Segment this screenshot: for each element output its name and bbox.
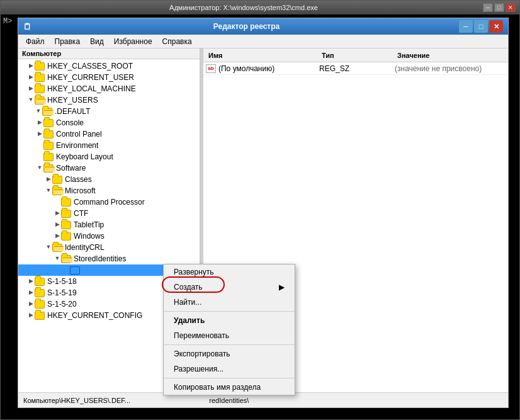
tree-item-environment[interactable]: Environment (18, 140, 200, 151)
folder-icon-hkcc (35, 312, 45, 320)
detail-header: Имя Тип Значение (203, 48, 508, 62)
tree-label-hkcc: HKEY_CURRENT_CONFIG (47, 311, 142, 320)
regedit-close-button[interactable]: ✕ (489, 20, 503, 33)
menu-edit[interactable]: Правка (50, 36, 86, 47)
expand-arrow-storedidentities[interactable]: ▼ (54, 255, 61, 263)
tree-label-microsoft: Microsoft (65, 186, 96, 195)
folder-icon-classes (52, 176, 62, 184)
tree-item-console[interactable]: ▶ Console (18, 117, 200, 128)
menu-bar: Файл Правка Вид Избранное Справка (18, 35, 508, 48)
expand-arrow-windows[interactable]: ▶ (54, 232, 61, 240)
expand-arrow-hklm[interactable]: ▶ (27, 85, 35, 93)
tree-header: Компьютер (18, 48, 200, 59)
folder-icon-hkcr (35, 62, 45, 71)
ctx-item-export[interactable]: Экспортировать (164, 346, 295, 361)
tree-label-hkcr: HKEY_CLASSES_ROOT (47, 62, 133, 71)
expand-arrow-hkcr[interactable]: ▶ (27, 62, 35, 70)
tree-item-tablettip[interactable]: ▶ TabletTip (18, 219, 200, 230)
ctx-item-permissions[interactable]: Разрешения... (164, 361, 295, 377)
tree-item-windows[interactable]: ▶ Windows (18, 230, 200, 242)
col-name: Имя (203, 50, 317, 60)
expand-arrow-software[interactable]: ▼ (36, 164, 43, 172)
regedit-title: Редактор реестра (34, 22, 459, 31)
tree-item-microsoft[interactable]: ▼ Microsoft (18, 185, 200, 196)
folder-icon-environment (43, 142, 54, 150)
folder-icon-hklm (35, 85, 45, 93)
folder-icon-s1520 (35, 300, 45, 309)
ctx-item-expand[interactable]: Развернуть (164, 264, 295, 280)
tree-label-windows: Windows (74, 232, 105, 241)
tree-item-controlpanel[interactable]: ▶ Control Panel (18, 128, 200, 140)
detail-cell-value-default: (значение не присвоено) (395, 64, 506, 73)
cmd-min-button[interactable]: ─ (483, 3, 493, 12)
expand-arrow-default[interactable]: ▼ (35, 108, 42, 115)
status-text: Компьютер\HKEY_USERS\.DEF... redIdentiti… (23, 397, 249, 404)
tree-label-identitycrl: IdentityCRL (65, 243, 105, 252)
tree-item-hklm[interactable]: ▶ HKEY_LOCAL_MACHINE (18, 83, 200, 94)
tree-item-command-processor[interactable]: Command Processor (18, 196, 200, 208)
folder-icon-windows (61, 232, 71, 241)
expand-arrow-identitycrl[interactable]: ▼ (45, 244, 52, 251)
ctx-item-delete[interactable]: Удалить (164, 313, 295, 328)
expand-arrow-s1519[interactable]: ▶ (27, 289, 35, 297)
tree-label-software: Software (56, 164, 86, 173)
tree-label-command-processor: Command Processor (74, 198, 145, 207)
ctx-item-find[interactable]: Найти... (164, 295, 295, 310)
submenu-arrow: ▶ (279, 283, 285, 292)
menu-help[interactable]: Справка (157, 36, 197, 47)
menu-view[interactable]: Вид (85, 36, 109, 47)
folder-icon-command-processor (61, 198, 71, 207)
ab-icon: ab (206, 64, 216, 73)
expand-arrow-s1518[interactable]: ▶ (27, 278, 35, 285)
regedit-window: 🗒 Редактор реестра ─ □ ✕ Файл Правка Вид… (18, 18, 509, 408)
expand-arrow-hkcu[interactable]: ▶ (27, 74, 35, 81)
regedit-max-button[interactable]: □ (474, 20, 488, 33)
cmd-title: Администратор: X:\windows\system32\cmd.e… (4, 4, 483, 11)
ctx-item-rename[interactable]: Переименовать (164, 328, 295, 343)
tree-label-storedidentities: StoredIdentities (74, 254, 126, 263)
expand-arrow-classes[interactable]: ▶ (45, 176, 52, 183)
cmd-titlebar: Администратор: X:\windows\system32\cmd.e… (1, 1, 519, 14)
cmd-max-button[interactable]: □ (494, 3, 504, 12)
ctx-item-copy-name[interactable]: Копировать имя раздела (164, 380, 295, 395)
tree-label-hku: HKEY_USERS (47, 96, 98, 105)
tree-item-keyboard-layout[interactable]: Keyboard Layout (18, 151, 200, 162)
menu-favorites[interactable]: Избранное (109, 36, 157, 47)
regedit-min-button[interactable]: ─ (459, 20, 473, 33)
expand-arrow-controlpanel[interactable]: ▶ (36, 130, 43, 138)
tree-item-identitycrl[interactable]: ▼ IdentityCRL (18, 242, 200, 253)
col-type: Тип (317, 50, 392, 60)
folder-icon-s1519 (35, 289, 45, 297)
expand-arrow-hku[interactable]: ▼ (27, 96, 35, 104)
folder-icon-keyboard-layout (43, 153, 54, 161)
tree-item-ctf[interactable]: ▶ CTF (18, 208, 200, 219)
expand-arrow-microsoft[interactable]: ▼ (45, 187, 52, 195)
tree-item-hkcu[interactable]: ▶ HKEY_CURRENT_USER (18, 72, 200, 83)
tree-label-environment: Environment (56, 141, 98, 150)
expand-arrow-console[interactable]: ▶ (36, 119, 43, 127)
ctx-item-create[interactable]: Создать ▶ (164, 280, 295, 295)
tree-item-hku[interactable]: ▼ HKEY_USERS (18, 94, 200, 106)
expand-arrow-hkcc[interactable]: ▶ (27, 312, 35, 319)
tree-item-storedidentities[interactable]: ▼ StoredIdentities (18, 253, 200, 264)
tree-label-default: .DEFAULT (55, 107, 90, 116)
folder-icon-hku (35, 96, 45, 105)
cmd-close-button[interactable]: ✕ (506, 3, 516, 12)
tree-label-s1520: S-1-5-20 (47, 300, 77, 309)
tree-label-console: Console (56, 118, 84, 127)
col-value: Значение (392, 50, 508, 60)
tree-item-software[interactable]: ▼ Software (18, 162, 200, 174)
cmd-window-buttons: ─ □ ✕ (483, 3, 516, 12)
detail-row-default[interactable]: ab (По умолчанию) REG_SZ (значение не пр… (203, 62, 508, 75)
expand-arrow-tablettip[interactable]: ▶ (54, 221, 61, 229)
cmd-text: M> (3, 17, 12, 26)
expand-arrow-s1520[interactable]: ▶ (27, 300, 35, 308)
expand-arrow-ctf[interactable]: ▶ (54, 210, 61, 217)
folder-icon-s1518 (35, 278, 45, 286)
context-menu: Развернуть Создать ▶ Найти... Удалить Пе… (163, 264, 295, 395)
tree-item-classes[interactable]: ▶ Classes (18, 174, 200, 185)
tree-item-hkcr[interactable]: ▶ HKEY_CLASSES_ROOT (18, 60, 200, 72)
regedit-icon: 🗒 (23, 22, 31, 31)
tree-item-default[interactable]: ▼ .DEFAULT (18, 106, 200, 117)
menu-file[interactable]: Файл (21, 36, 50, 47)
